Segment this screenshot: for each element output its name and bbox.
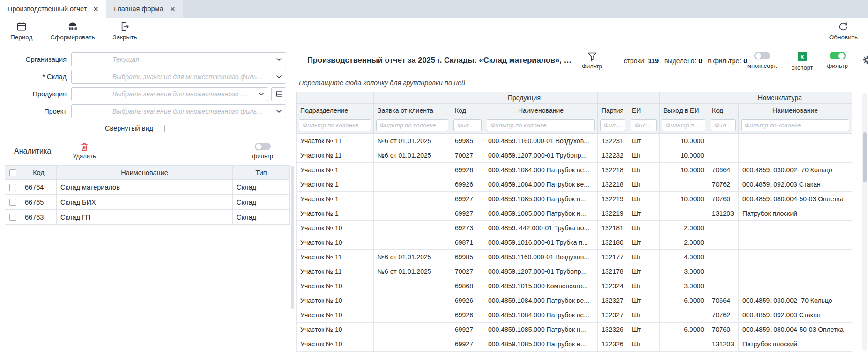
cell[interactable]: 70760: [708, 192, 739, 206]
cell[interactable]: 000.4859. 092.003 Стакан: [739, 177, 852, 192]
product-input[interactable]: [108, 88, 254, 101]
cell[interactable]: [374, 206, 451, 221]
cell[interactable]: [374, 308, 451, 323]
cell[interactable]: Участок № 10: [297, 279, 374, 293]
chevron-down-icon[interactable]: [254, 88, 268, 101]
cell[interactable]: [739, 235, 852, 250]
table-row[interactable]: Участок № 1069927000.4859.1085.000 Патру…: [297, 323, 852, 337]
cell[interactable]: 132326: [598, 337, 628, 352]
cell[interactable]: 131203: [708, 337, 739, 352]
table-row[interactable]: Участок № 169926000.4859.1084.000 Патруб…: [297, 177, 852, 192]
cell[interactable]: 70027: [451, 148, 484, 163]
select-all-checkbox[interactable]: [9, 169, 16, 176]
cell[interactable]: 132324: [598, 279, 628, 293]
cell[interactable]: 70664: [708, 293, 739, 308]
cell[interactable]: 000.4859.1085.000 Патрубок н...: [484, 192, 598, 206]
cell[interactable]: [708, 250, 739, 264]
cell[interactable]: 000.4859.1160.000-01 Воздухов...: [484, 250, 598, 264]
column-header-unit[interactable]: ЕИ: [628, 104, 660, 117]
cell[interactable]: 69273: [451, 221, 484, 235]
cell[interactable]: Шт: [628, 163, 660, 177]
table-row[interactable]: Участок № 1069871000.4859.1016.000-01 Тр…: [297, 235, 852, 250]
project-id-segment[interactable]: [72, 105, 108, 118]
table-row[interactable]: Участок № 1069926000.4859.1084.000 Патру…: [297, 293, 852, 308]
row-checkbox[interactable]: [9, 184, 16, 191]
filter-toggle[interactable]: [830, 52, 846, 59]
cell[interactable]: 000.4859. 030.002- 70 Кольцо: [739, 293, 852, 308]
cell[interactable]: 000.4859.1160.000-01 Воздухов...: [484, 134, 598, 148]
table-row[interactable]: Участок № 1069927000.4859.1085.000 Патру…: [297, 337, 852, 352]
cell[interactable]: 10.0000: [660, 192, 708, 206]
warehouse-input[interactable]: [108, 70, 272, 83]
organization-input[interactable]: [108, 53, 272, 66]
cell[interactable]: [660, 177, 708, 192]
cell-name[interactable]: Склад материалов: [57, 180, 233, 195]
refresh-button[interactable]: Обновить: [829, 22, 858, 41]
filter-button[interactable]: Фильтр: [582, 52, 602, 70]
cell[interactable]: 000.4859.1085.000 Патрубок н...: [484, 206, 598, 221]
cell[interactable]: Участок № 11: [297, 134, 374, 148]
column-filter-input[interactable]: [299, 119, 371, 131]
cell[interactable]: 69927: [451, 337, 484, 352]
cell[interactable]: [739, 134, 852, 148]
cell[interactable]: 70762: [708, 308, 739, 323]
cell[interactable]: 3.0000: [660, 264, 708, 279]
cell[interactable]: Шт: [628, 337, 660, 352]
cell-type[interactable]: Склад: [233, 195, 290, 210]
cell[interactable]: 2.0000: [660, 221, 708, 235]
cell[interactable]: [660, 206, 708, 221]
cell[interactable]: №6 от 01.01.2025: [374, 134, 451, 148]
cell-type[interactable]: Склад: [233, 210, 290, 225]
cell[interactable]: [739, 264, 852, 279]
cell[interactable]: 70760: [708, 323, 739, 337]
cell[interactable]: 6.0000: [660, 323, 708, 337]
collapsed-view-checkbox[interactable]: [158, 125, 165, 132]
analytics-row[interactable]: 66763Склад ГПСклад: [5, 210, 290, 225]
cell[interactable]: 69871: [451, 235, 484, 250]
cell[interactable]: 69927: [451, 323, 484, 337]
cell[interactable]: Участок № 1: [297, 177, 374, 192]
cell[interactable]: 132181: [598, 221, 628, 235]
column-filter-input[interactable]: [600, 119, 625, 131]
cell[interactable]: Шт: [628, 323, 660, 337]
column-filter-input[interactable]: [487, 119, 595, 131]
cell[interactable]: Шт: [628, 293, 660, 308]
column-filter-input[interactable]: [453, 119, 482, 131]
cell[interactable]: Участок № 10: [297, 221, 374, 235]
cell[interactable]: [660, 337, 708, 352]
cell[interactable]: 000.4859.1084.000 Патрубок ве...: [484, 308, 598, 323]
cell[interactable]: 000.4859. 442.000-01 Трубка во...: [484, 221, 598, 235]
cell[interactable]: 000.4859.1084.000 Патрубок ве...: [484, 293, 598, 308]
cell[interactable]: 69985: [451, 250, 484, 264]
cell[interactable]: 132218: [598, 163, 628, 177]
cell-name[interactable]: Склад БИХ: [57, 195, 233, 210]
scrollbar-thumb[interactable]: [863, 132, 867, 182]
column-header-code[interactable]: Код: [21, 166, 57, 180]
cell[interactable]: 69868: [451, 279, 484, 293]
cell[interactable]: [374, 192, 451, 206]
cell[interactable]: 132177: [598, 250, 628, 264]
cell[interactable]: 000.4859.1207.000-01 Трубопр...: [484, 264, 598, 279]
close-form-button[interactable]: Закрыть: [113, 22, 137, 41]
cell[interactable]: 10.0000: [660, 148, 708, 163]
cell[interactable]: Патрубок плоский: [739, 337, 852, 352]
cell[interactable]: №6 от 01.01.2025: [374, 250, 451, 264]
settings-button[interactable]: [862, 55, 868, 65]
column-filter-input[interactable]: [631, 119, 657, 131]
chevron-down-icon[interactable]: [272, 53, 286, 66]
cell-type[interactable]: Склад: [233, 180, 290, 195]
cell[interactable]: 69926: [451, 293, 484, 308]
cell[interactable]: 000.4859. 092.003 Стакан: [739, 308, 852, 323]
generate-button[interactable]: Сформировать: [50, 22, 95, 41]
table-row[interactable]: Участок № 11№6 от 01.01.202570027000.485…: [297, 264, 852, 279]
cell[interactable]: Участок № 10: [297, 337, 374, 352]
table-row[interactable]: Участок № 1069273000.4859. 442.000-01 Тр…: [297, 221, 852, 235]
cell[interactable]: Участок № 11: [297, 148, 374, 163]
cell[interactable]: Шт: [628, 308, 660, 323]
cell[interactable]: Участок № 10: [297, 308, 374, 323]
product-id-segment[interactable]: [72, 88, 108, 101]
cell[interactable]: 132219: [598, 206, 628, 221]
product-combo[interactable]: [71, 87, 268, 101]
cell[interactable]: 69927: [451, 206, 484, 221]
cell[interactable]: 132178: [598, 264, 628, 279]
